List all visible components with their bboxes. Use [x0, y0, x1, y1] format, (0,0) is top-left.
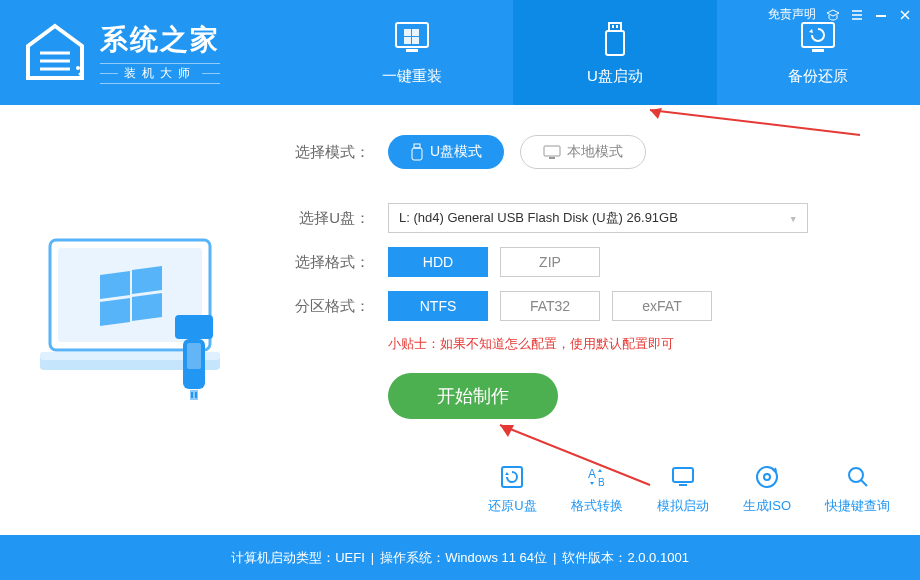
- svg-point-1: [79, 72, 82, 75]
- svg-rect-24: [502, 467, 522, 487]
- menu-icon[interactable]: [850, 8, 864, 22]
- svg-rect-23: [549, 157, 555, 159]
- footer-tools: 还原U盘 AB 格式转换 模拟启动 生成ISO 快捷键查询: [488, 463, 890, 515]
- version-value: 2.0.0.1001: [627, 550, 688, 565]
- svg-rect-7: [606, 31, 624, 55]
- svg-rect-6: [616, 25, 618, 28]
- app-header: 系统之家 装机大师 一键重装 U盘启动 备份还原 免责声明: [0, 0, 920, 105]
- svg-rect-14: [175, 315, 213, 339]
- svg-rect-8: [802, 23, 834, 47]
- tab-label: 备份还原: [788, 67, 848, 86]
- svg-text:A: A: [588, 467, 596, 481]
- usb-small-icon: [410, 143, 424, 161]
- svg-point-30: [764, 474, 770, 480]
- disclaimer-link[interactable]: 免责声明: [768, 6, 816, 23]
- tool-generate-iso[interactable]: 生成ISO: [743, 463, 791, 515]
- house-logo-icon: [20, 18, 90, 88]
- monitor-icon: [669, 463, 697, 491]
- os-label: 操作系统：: [380, 549, 445, 567]
- usb-select-label: 选择U盘：: [280, 209, 370, 228]
- tab-label: 一键重装: [382, 67, 442, 86]
- format-zip-option[interactable]: ZIP: [500, 247, 600, 277]
- monitor-refresh-icon: [798, 19, 838, 59]
- start-create-button[interactable]: 开始制作: [388, 373, 558, 419]
- logo-title: 系统之家: [100, 21, 220, 59]
- minimize-button[interactable]: [874, 8, 888, 22]
- partition-ntfs-option[interactable]: NTFS: [388, 291, 488, 321]
- tool-simulate-boot[interactable]: 模拟启动: [657, 463, 709, 515]
- mode-label: 选择模式：: [280, 143, 370, 162]
- os-value: Windows 11 64位: [445, 549, 547, 567]
- close-button[interactable]: [898, 8, 912, 22]
- illustration: [0, 105, 280, 535]
- svg-rect-20: [414, 144, 420, 148]
- window-controls: 免责声明: [768, 6, 912, 23]
- boot-type-label: 计算机启动类型：: [231, 549, 335, 567]
- usb-drive-icon: [595, 19, 635, 59]
- status-bar: 计算机启动类型： UEFI | 操作系统： Windows 11 64位 | 软…: [0, 535, 920, 580]
- svg-rect-28: [679, 484, 687, 486]
- graduation-icon[interactable]: [826, 8, 840, 22]
- svg-rect-5: [612, 25, 614, 28]
- main-content: 选择模式： U盘模式 本地模式 选择U盘： L: (hd4) General U…: [0, 105, 920, 535]
- partition-exfat-option[interactable]: exFAT: [612, 291, 712, 321]
- disc-icon: [753, 463, 781, 491]
- tip-text: 小贴士：如果不知道怎么配置，使用默认配置即可: [388, 335, 880, 353]
- partition-label: 分区格式：: [280, 297, 370, 316]
- logo-subtitle: 装机大师: [100, 63, 220, 84]
- convert-icon: AB: [583, 463, 611, 491]
- svg-rect-27: [673, 468, 693, 482]
- tab-reinstall[interactable]: 一键重装: [310, 0, 513, 105]
- svg-rect-19: [195, 392, 197, 398]
- boot-type-value: UEFI: [335, 550, 365, 565]
- monitor-windows-icon: [392, 19, 432, 59]
- tool-hotkey-lookup[interactable]: 快捷键查询: [825, 463, 890, 515]
- tab-label: U盘启动: [587, 67, 643, 86]
- svg-rect-3: [406, 49, 418, 52]
- tool-restore-usb[interactable]: 还原U盘: [488, 463, 536, 515]
- svg-rect-4: [609, 23, 621, 31]
- usb-drive-select[interactable]: L: (hd4) General USB Flash Disk (U盘) 26.…: [388, 203, 808, 233]
- svg-rect-9: [812, 49, 824, 52]
- format-label: 选择格式：: [280, 253, 370, 272]
- svg-point-0: [76, 66, 80, 70]
- local-mode-button[interactable]: 本地模式: [520, 135, 646, 169]
- format-hdd-option[interactable]: HDD: [388, 247, 488, 277]
- monitor-small-icon: [543, 145, 561, 159]
- tab-usb-boot[interactable]: U盘启动: [513, 0, 716, 105]
- search-icon: [844, 463, 872, 491]
- svg-text:B: B: [598, 477, 605, 488]
- tool-format-convert[interactable]: AB 格式转换: [571, 463, 623, 515]
- usb-mode-button[interactable]: U盘模式: [388, 135, 504, 169]
- svg-rect-16: [187, 343, 201, 369]
- svg-rect-18: [191, 392, 193, 398]
- version-label: 软件版本：: [562, 549, 627, 567]
- svg-point-31: [849, 468, 863, 482]
- svg-rect-22: [544, 146, 560, 156]
- restore-icon: [498, 463, 526, 491]
- partition-fat32-option[interactable]: FAT32: [500, 291, 600, 321]
- svg-rect-21: [412, 148, 422, 160]
- logo-area: 系统之家 装机大师: [0, 0, 310, 105]
